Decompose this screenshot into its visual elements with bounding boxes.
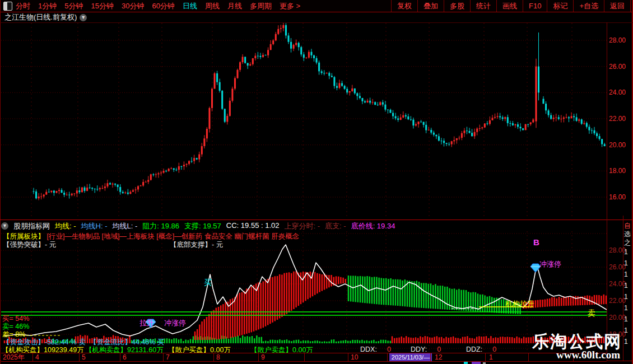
toolbar-button-6[interactable]: 标记 xyxy=(547,0,573,12)
strip-char: 自 xyxy=(624,222,631,230)
axis-tick xyxy=(213,353,214,361)
period-tab-5[interactable]: 60分钟 xyxy=(152,0,174,12)
bottom-support-value: - 元 xyxy=(212,241,223,249)
main-price-label: 18.00 xyxy=(609,167,626,175)
strip-number: 1 xyxy=(624,248,628,256)
watermark-url: www.60lt.com xyxy=(556,349,620,361)
axis-month-12: 12 xyxy=(435,353,442,361)
axis-tick xyxy=(79,353,80,361)
annotation-6: 卖 xyxy=(588,309,595,319)
main-price-label: 24.00 xyxy=(609,88,626,96)
period-tab-3[interactable]: 15分钟 xyxy=(91,0,113,12)
axis-month-8: 8 xyxy=(216,353,220,361)
toolbar-button-1[interactable]: 叠加 xyxy=(417,0,444,12)
strip-number: 1 xyxy=(624,315,628,323)
dd-value: 0 xyxy=(492,346,496,353)
axis-month-1: 1 xyxy=(489,353,493,361)
annotation-0: 买 xyxy=(204,278,212,288)
annotation-2: 冲涨停 xyxy=(164,318,186,328)
axis-tick xyxy=(163,353,164,361)
indicator-field-7: 底支: - xyxy=(325,221,346,231)
toolbar-actions: 复权叠加多股统计画线F10标记+自选返回 xyxy=(391,0,631,12)
axis-month-5: 5 xyxy=(82,353,86,361)
period-tab-7[interactable]: 周线 xyxy=(205,0,220,12)
chevron-down-icon[interactable]: ▼ xyxy=(80,14,87,21)
period-tab-0[interactable]: 分时 xyxy=(16,0,30,12)
toolbar-button-4[interactable]: 画线 xyxy=(496,0,523,12)
toolbar-button-3[interactable]: 统计 xyxy=(470,0,496,12)
period-tab-2[interactable]: 5分钟 xyxy=(64,0,83,12)
main-price-label: 20.00 xyxy=(609,141,626,149)
toolbar-button-7[interactable]: +自选 xyxy=(573,0,604,12)
sector-label: 【所属板块】 xyxy=(3,232,45,240)
dd-label: DDY: xyxy=(411,346,427,353)
axis-month-6: 6 xyxy=(123,353,127,361)
toolbar-button-0[interactable]: 复权 xyxy=(391,0,417,12)
annotation-1: 拉升 xyxy=(139,318,154,328)
page-title: 之江生物(日线.前复权) xyxy=(4,12,77,22)
period-tab-9[interactable]: 多周期 xyxy=(250,0,272,12)
indicator-field-3: 阻力: 19.86 xyxy=(142,221,179,231)
axis-tick xyxy=(387,353,388,361)
dd-item-1: DDY:0 xyxy=(411,346,441,353)
period-tab-1[interactable]: 1分钟 xyxy=(38,0,57,12)
period-tab-8[interactable]: 月线 xyxy=(227,0,242,12)
indicator-field-2: 均线L: - xyxy=(113,221,138,231)
chart-frame-top xyxy=(0,22,633,23)
period-menu: 分时1分钟5分钟15分钟30分钟60分钟日线周线月线多周期更多 > xyxy=(16,0,300,12)
toolbar-button-8[interactable]: 返回 xyxy=(604,0,631,12)
chevron-down-icon[interactable]: ▼ xyxy=(1,222,8,230)
dd-value: 0 xyxy=(387,346,391,353)
axis-separator xyxy=(607,22,607,361)
main-price-label: 26.00 xyxy=(609,63,626,71)
dd-label: DDZ: xyxy=(466,346,482,353)
axis-tick xyxy=(304,353,305,361)
strip-number: 1 xyxy=(624,259,628,267)
axis-tick xyxy=(430,353,431,361)
strip-char: 之 xyxy=(624,239,631,246)
axis-month-4: 4 xyxy=(35,353,39,361)
period-tab-6[interactable]: 日线 xyxy=(183,0,197,12)
frame-left xyxy=(0,0,1,364)
strong-breakout-value: - 元 xyxy=(45,241,56,249)
indicator-field-4: 支撑: 19.57 xyxy=(184,221,221,231)
strong-breakout-label: 【强势突破】 xyxy=(3,241,45,249)
top-toolbar: 分时1分钟5分钟15分钟30分钟60分钟日线周线月线多周期更多 > 复权叠加多股… xyxy=(0,0,633,12)
trading-app-window: 分时1分钟5分钟15分钟30分钟60分钟日线周线月线多周期更多 > 复权叠加多股… xyxy=(0,0,633,364)
axis-tick xyxy=(348,353,348,361)
strong-breakout: 【强势突破】- 元 xyxy=(3,240,56,250)
axis-date-highlight: 2025/11/03/— xyxy=(389,353,432,361)
axis-tick xyxy=(485,353,486,361)
dd-item-2: DDZ:0 xyxy=(466,346,496,353)
indicator-header: ▼ 股朋指标网 均线: -均线H: -均线L: -阻力: 19.86支撑: 19… xyxy=(1,221,606,231)
annotation-3: B xyxy=(533,237,539,247)
main-price-label: 28.00 xyxy=(609,36,626,44)
dd-item-0: DDX:0 xyxy=(360,346,391,353)
strip-number: 1 xyxy=(624,282,628,290)
indicator-field-5: CC: 19.55 : 1.02 xyxy=(226,221,280,231)
axis-tick xyxy=(258,353,259,361)
indicator-field-1: 均线H: - xyxy=(81,221,108,231)
period-tab-10[interactable]: 更多 > xyxy=(280,0,300,12)
axis-month-10: 10 xyxy=(351,353,358,361)
axis-tick xyxy=(32,353,33,361)
chart-canvas xyxy=(0,0,633,364)
period-tab-4[interactable]: 30分钟 xyxy=(122,0,144,12)
stock-titlebar: 之江生物(日线.前复权) ▼ xyxy=(4,13,87,22)
panel-separator xyxy=(0,220,633,220)
axis-tick xyxy=(528,353,529,361)
axis-tick xyxy=(120,353,120,361)
axis-month-7: 7 xyxy=(166,353,170,361)
main-price-label: 22.00 xyxy=(609,115,626,123)
toolbar-button-5[interactable]: F10 xyxy=(523,0,547,12)
dd-label: DDX: xyxy=(360,346,377,353)
strip-char: 选 xyxy=(624,230,631,238)
indicator-field-0: 均线: - xyxy=(55,221,76,231)
indicator-field-6: 上穿分时: - xyxy=(285,221,320,231)
date-axis[interactable]: 2025年 2025/11/03/— 45678910121 xyxy=(1,353,607,362)
layout-toggle-icon[interactable] xyxy=(3,2,12,11)
indicator-field-8: 底价线: 19.34 xyxy=(351,221,395,231)
annotation-5: 机构拉升 xyxy=(505,299,534,309)
toolbar-button-2[interactable]: 多股 xyxy=(444,0,470,12)
indicator-fields: 均线: -均线H: -均线L: -阻力: 19.86支撑: 19.57CC: 1… xyxy=(55,221,395,231)
